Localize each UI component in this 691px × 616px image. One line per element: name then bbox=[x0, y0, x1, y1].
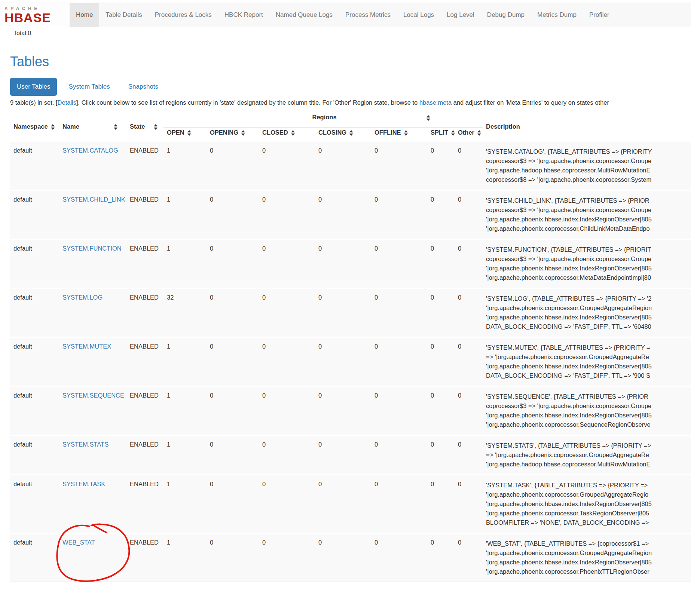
split-count-cell[interactable]: 0 bbox=[427, 190, 455, 239]
table-name-link[interactable]: SYSTEM.CHILD_LINK bbox=[62, 196, 125, 203]
col-header-offline[interactable]: OFFLINE bbox=[371, 127, 427, 141]
opening-count-cell[interactable]: 0 bbox=[207, 239, 259, 288]
opening-count-cell[interactable]: 0 bbox=[207, 435, 259, 475]
closing-count-cell[interactable]: 0 bbox=[315, 141, 371, 190]
nav-item-named-queue-logs[interactable]: Named Queue Logs bbox=[269, 3, 339, 27]
closing-count-cell[interactable]: 0 bbox=[315, 288, 371, 337]
col-header-closing[interactable]: CLOSING bbox=[315, 127, 371, 141]
offline-count-cell[interactable]: 0 bbox=[371, 141, 427, 190]
col-header-state[interactable]: State bbox=[126, 112, 163, 141]
col-header-split[interactable]: SPLIT bbox=[427, 127, 455, 141]
split-count-cell[interactable]: 0 bbox=[427, 337, 455, 386]
details-link[interactable]: Details bbox=[58, 99, 76, 106]
opening-count-cell[interactable]: 0 bbox=[207, 386, 259, 435]
split-count-cell[interactable]: 0 bbox=[427, 386, 455, 435]
other-count-cell[interactable]: 0 bbox=[455, 141, 483, 190]
table-name-link[interactable]: SYSTEM.MUTEX bbox=[62, 343, 111, 350]
closed-count-cell[interactable]: 0 bbox=[259, 337, 315, 386]
closing-count-cell[interactable]: 0 bbox=[315, 435, 371, 475]
other-count-cell[interactable]: 0 bbox=[455, 533, 483, 582]
col-header-regions-group[interactable]: Regions bbox=[163, 112, 483, 127]
closing-count-cell[interactable]: 0 bbox=[315, 386, 371, 435]
other-count-cell[interactable]: 0 bbox=[455, 475, 483, 533]
col-header-opening[interactable]: OPENING bbox=[207, 127, 259, 141]
hbase-logo[interactable]: APACHE HBASE bbox=[0, 3, 70, 27]
other-count-cell[interactable]: 0 bbox=[455, 386, 483, 435]
closed-count-cell[interactable]: 0 bbox=[259, 435, 315, 475]
other-count-cell[interactable]: 0 bbox=[455, 239, 483, 288]
tab-user-tables[interactable]: User Tables bbox=[10, 78, 57, 96]
tab-snapshots[interactable]: Snapshots bbox=[122, 78, 165, 96]
nav-item-procedures-locks[interactable]: Procedures & Locks bbox=[149, 3, 218, 27]
closed-count-cell[interactable]: 0 bbox=[259, 190, 315, 239]
col-header-namespace[interactable]: Namespace bbox=[10, 112, 59, 141]
nav-item-home[interactable]: Home bbox=[70, 3, 99, 27]
nav-item-metrics-dump[interactable]: Metrics Dump bbox=[531, 3, 583, 27]
nav-item-process-metrics[interactable]: Process Metrics bbox=[339, 3, 397, 27]
offline-count-cell[interactable]: 0 bbox=[371, 239, 427, 288]
open-count-cell[interactable]: 1 bbox=[163, 337, 207, 386]
split-count-cell[interactable]: 0 bbox=[427, 141, 455, 190]
open-count-cell[interactable]: 1 bbox=[163, 435, 207, 475]
split-count-cell[interactable]: 0 bbox=[427, 475, 455, 533]
closed-count-cell[interactable]: 0 bbox=[259, 533, 315, 582]
other-count-cell[interactable]: 0 bbox=[455, 435, 483, 475]
table-name-link[interactable]: SYSTEM.SEQUENCE bbox=[62, 392, 124, 399]
offline-count-cell[interactable]: 0 bbox=[371, 475, 427, 533]
open-count-cell[interactable]: 1 bbox=[163, 239, 207, 288]
nav-item-debug-dump[interactable]: Debug Dump bbox=[481, 3, 531, 27]
closing-count-cell[interactable]: 0 bbox=[315, 475, 371, 533]
closing-count-cell[interactable]: 0 bbox=[315, 190, 371, 239]
closed-count-cell[interactable]: 0 bbox=[259, 475, 315, 533]
offline-count-cell[interactable]: 0 bbox=[371, 435, 427, 475]
offline-count-cell[interactable]: 0 bbox=[371, 386, 427, 435]
other-count-cell[interactable]: 0 bbox=[455, 288, 483, 337]
closed-count-cell[interactable]: 0 bbox=[259, 386, 315, 435]
offline-count-cell[interactable]: 0 bbox=[371, 337, 427, 386]
split-count-cell[interactable]: 0 bbox=[427, 533, 455, 582]
col-header-name[interactable]: Name bbox=[59, 112, 126, 141]
open-count-cell[interactable]: 1 bbox=[163, 190, 207, 239]
nav-item-hbck-report[interactable]: HBCK Report bbox=[218, 3, 269, 27]
nav-item-log-level[interactable]: Log Level bbox=[440, 3, 481, 27]
closed-count-cell[interactable]: 0 bbox=[259, 288, 315, 337]
open-count-cell[interactable]: 1 bbox=[163, 475, 207, 533]
closing-count-cell[interactable]: 0 bbox=[315, 533, 371, 582]
opening-count-cell[interactable]: 0 bbox=[207, 141, 259, 190]
offline-count-cell[interactable]: 0 bbox=[371, 288, 427, 337]
closing-count-cell[interactable]: 0 bbox=[315, 239, 371, 288]
open-count-cell[interactable]: 1 bbox=[163, 533, 207, 582]
table-name-link[interactable]: SYSTEM.STATS bbox=[62, 441, 108, 448]
offline-count-cell[interactable]: 0 bbox=[371, 190, 427, 239]
tab-system-tables[interactable]: System Tables bbox=[62, 78, 116, 96]
open-count-cell[interactable]: 1 bbox=[163, 141, 207, 190]
split-count-cell[interactable]: 0 bbox=[427, 288, 455, 337]
opening-count-cell[interactable]: 0 bbox=[207, 190, 259, 239]
hbase-meta-link[interactable]: hbase:meta bbox=[419, 99, 452, 106]
opening-count-cell[interactable]: 0 bbox=[207, 475, 259, 533]
table-name-link[interactable]: SYSTEM.LOG bbox=[62, 294, 103, 301]
opening-count-cell[interactable]: 0 bbox=[207, 533, 259, 582]
table-name-link[interactable]: SYSTEM.FUNCTION bbox=[62, 245, 122, 252]
open-count-cell[interactable]: 1 bbox=[163, 386, 207, 435]
nav-item-local-logs[interactable]: Local Logs bbox=[397, 3, 440, 27]
closing-count-cell[interactable]: 0 bbox=[315, 337, 371, 386]
closed-count-cell[interactable]: 0 bbox=[259, 239, 315, 288]
closed-count-cell[interactable]: 0 bbox=[259, 141, 315, 190]
col-header-other[interactable]: Other bbox=[455, 127, 483, 141]
opening-count-cell[interactable]: 0 bbox=[207, 337, 259, 386]
open-count-cell[interactable]: 32 bbox=[163, 288, 207, 337]
offline-count-cell[interactable]: 0 bbox=[371, 533, 427, 582]
col-header-closed[interactable]: CLOSED bbox=[259, 127, 315, 141]
table-name-link[interactable]: SYSTEM.CATALOG bbox=[62, 147, 118, 154]
table-name-link[interactable]: SYSTEM.TASK bbox=[62, 481, 105, 487]
split-count-cell[interactable]: 0 bbox=[427, 435, 455, 475]
nav-item-table-details[interactable]: Table Details bbox=[99, 3, 148, 27]
other-count-cell[interactable]: 0 bbox=[455, 337, 483, 386]
other-count-cell[interactable]: 0 bbox=[455, 190, 483, 239]
nav-item-profiler[interactable]: Profiler bbox=[583, 3, 616, 27]
split-count-cell[interactable]: 0 bbox=[427, 239, 455, 288]
col-header-open[interactable]: OPEN bbox=[163, 127, 207, 141]
opening-count-cell[interactable]: 0 bbox=[207, 288, 259, 337]
table-name-link[interactable]: WEB_STAT bbox=[62, 539, 95, 546]
